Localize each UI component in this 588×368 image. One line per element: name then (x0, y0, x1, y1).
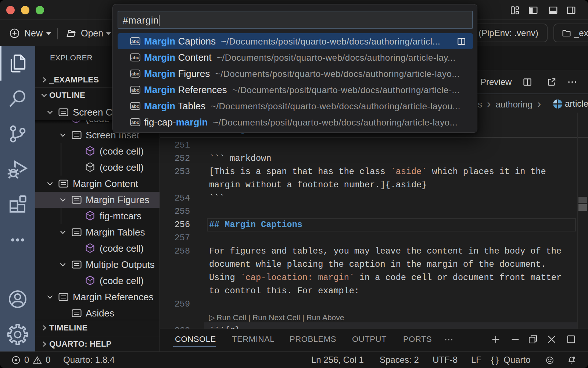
svg-text:abc: abc (131, 120, 139, 125)
svg-text:abc: abc (131, 71, 139, 77)
svg-text:abc: abc (131, 104, 139, 109)
svg-text:abc: abc (131, 39, 139, 44)
svg-text:abc: abc (131, 88, 139, 93)
svg-text:abc: abc (131, 55, 139, 60)
